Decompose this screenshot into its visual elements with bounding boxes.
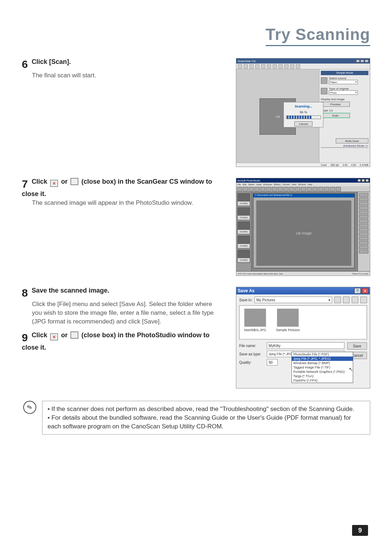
filename-value: MyKitty (269, 344, 281, 348)
back-icon[interactable] (334, 297, 341, 303)
scan-button[interactable]: Scan (321, 113, 350, 118)
step-9-head-pre: Click (32, 331, 49, 339)
file-listing[interactable]: Mar05$01.JPG Sample Pictures (239, 305, 367, 339)
close-box-icon (70, 331, 78, 339)
step-7-head-mid: or (59, 178, 69, 185)
step-number-7: 7 (22, 178, 28, 190)
status-tip: Press F1 to start (352, 273, 368, 275)
menu-view[interactable]: View (292, 183, 297, 186)
display-label: Display test image (321, 98, 368, 101)
format-option[interactable]: FlashPix (*.FPX) (292, 378, 353, 383)
step-number-6: 6 (22, 58, 28, 70)
savein-label: Save in: (239, 298, 252, 302)
format-dropdown-list[interactable]: PhotoStudio File (*.PSF) Jpeg File (*.JP… (291, 352, 353, 383)
quality-input[interactable]: 90 (267, 359, 278, 366)
preview-button[interactable]: Preview (321, 102, 350, 107)
format-option[interactable]: Tagged Image File (*.TIF) (292, 365, 353, 370)
status-height: 4.96 (351, 164, 356, 166)
up-icon[interactable] (343, 297, 350, 303)
help-button[interactable]: ? (354, 288, 361, 294)
views-icon[interactable] (360, 297, 367, 303)
note-box: • If the scanner does not perform as des… (42, 401, 370, 435)
close-x-icon: × (50, 333, 58, 341)
filename-input[interactable]: MyKitty (267, 342, 344, 349)
list-item[interactable]: Sample Pictures (275, 309, 301, 336)
item-label: Mar05$01.JPG (244, 328, 266, 332)
menu-convert[interactable]: Convert (282, 183, 290, 186)
quality-value: 90 (269, 360, 273, 364)
photostudio-title: ArcSoft PhotoStudio (237, 179, 260, 182)
menu-file[interactable]: File (237, 183, 241, 186)
format-option-selected[interactable]: Jpeg File (*.JPG, *.JPEG) (292, 357, 353, 361)
tool-palette[interactable] (358, 192, 370, 271)
multiscan-button[interactable]: Multi-Scan (336, 138, 368, 143)
pencil-note-icon: ✎ (22, 399, 38, 415)
menu-layer[interactable]: Layer (256, 183, 262, 186)
thumbnail-panel[interactable]: 0·Untitled 0·Untitled 0·Untitled 0·Untit… (236, 192, 252, 271)
scanning-percent: 96 % (286, 110, 321, 114)
note-bullet-1: • If the scanner does not perform as des… (48, 405, 365, 414)
status-width: 3.50 (343, 164, 348, 166)
saveas-title: Save As (238, 288, 254, 293)
format-option[interactable]: PhotoStudio File (*.PSF) (292, 352, 353, 357)
newfolder-icon[interactable] (352, 297, 358, 303)
type-label: Type of original (329, 87, 358, 90)
step-7-body: The scanned image will appear in the Pho… (32, 199, 218, 207)
menu-window[interactable]: Window (298, 183, 306, 186)
thumb-label: 0·Untitled (238, 244, 250, 248)
menu-help[interactable]: Help (308, 183, 312, 186)
close-box-icon (70, 178, 78, 185)
save-button[interactable]: Save (347, 342, 367, 350)
image-window[interactable]: C:\Documents and Settings\user\My D.. ca… (253, 194, 355, 268)
progress-bar (286, 115, 321, 119)
scanning-dialog: Scanning... 96 % Cancel (283, 102, 323, 127)
page-number: 9 (352, 525, 368, 536)
step-number-8: 8 (22, 287, 28, 299)
menu-effects[interactable]: Effects (274, 183, 280, 186)
type-icon (321, 88, 327, 94)
list-item[interactable]: Mar05$01.JPG (242, 309, 268, 336)
close-x-icon: × (50, 180, 58, 187)
step-8-body: Click the [File] menu and select [Save A… (32, 300, 218, 326)
menu-edit[interactable]: Edit (243, 183, 246, 186)
title-underline (266, 45, 370, 46)
thumbnail (244, 309, 266, 327)
format-option[interactable]: Portable Network Graphics (*.PNG) (292, 370, 353, 374)
menu-select[interactable]: Select (248, 183, 254, 186)
figure-photostudio: ArcSoft PhotoStudio File Edit Select Lay… (236, 178, 370, 276)
menu-bar[interactable]: File Edit Select Layer Enhance Effects C… (236, 183, 370, 186)
advanced-mode-link[interactable]: Advanced Mode >> (321, 144, 368, 148)
figure-scangear-scanning: ScanGear CS cat Simple Mode Select sourc… (236, 58, 370, 167)
source-combo[interactable]: Platen (329, 80, 358, 84)
status-dpi: 300 dpi (331, 164, 339, 166)
item-label: Sample Pictures (276, 328, 300, 332)
thumbnail (277, 309, 299, 327)
scangear-toolbar[interactable] (236, 64, 370, 69)
format-option[interactable]: Windows Bitmap (*.BMP) (292, 361, 353, 365)
type-label: Save as type: (239, 352, 264, 356)
close-button[interactable]: × (362, 288, 368, 294)
type-combo[interactable]: Photo (329, 90, 358, 95)
mode-header: Simple Mode (321, 71, 368, 75)
image-window-title: C:\Documents and Settings\user\My D.. (253, 194, 354, 197)
cancel-button[interactable]: Cancel (294, 121, 313, 126)
status-left: H:0 | For more information about this it… (238, 273, 283, 275)
step-8-head: Save the scanned image. (32, 287, 109, 294)
window-buttons[interactable] (356, 60, 368, 62)
cursor-icon: ↖ (349, 366, 353, 372)
thumb-label: 0·Untitled (238, 230, 250, 233)
status-bar: Color 300 dpi 3.50 4.96 4.47MB (236, 163, 370, 167)
step-9-head-mid: or (59, 331, 69, 339)
window-buttons[interactable] (358, 179, 369, 182)
scale-label: Scale 1/1 (321, 109, 368, 112)
status-size: 4.47MB (360, 164, 368, 166)
photostudio-toolbar[interactable] (236, 186, 370, 192)
status-color: Color (321, 164, 327, 166)
step-number-9: 9 (22, 331, 28, 344)
step-9-head: Click × or (close box) in the PhotoStudi… (22, 331, 209, 351)
photostudio-statusbar: H:0 | For more information about this it… (236, 271, 370, 276)
savein-dropdown[interactable]: My Pictures (254, 297, 332, 303)
step-7-head-pre: Click (32, 178, 49, 185)
format-option[interactable]: Targa (*.TGA) (292, 374, 353, 378)
menu-enhance[interactable]: Enhance (264, 183, 272, 186)
